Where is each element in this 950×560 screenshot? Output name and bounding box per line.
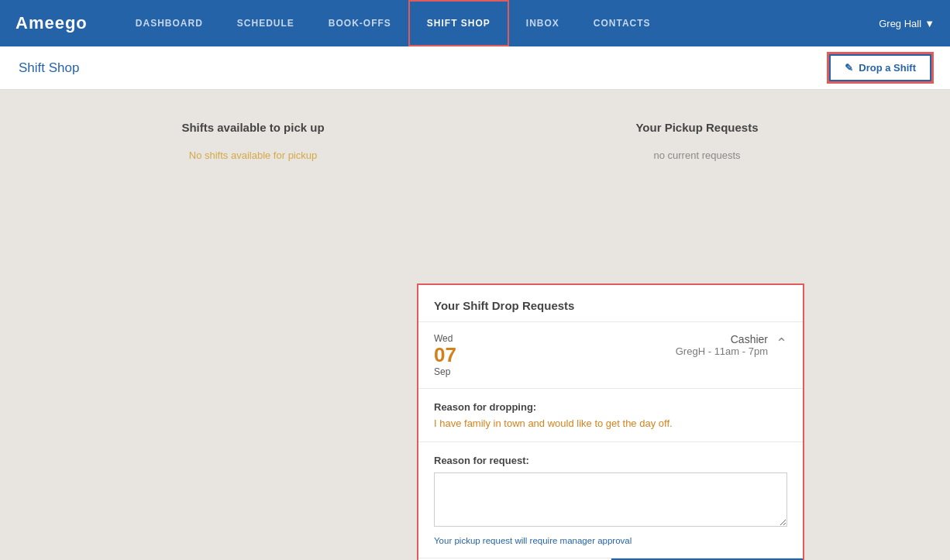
reason-label: Reason for dropping:: [434, 401, 787, 413]
shift-drop-modal: Your Shift Drop Requests Wed 07 Sep Cash…: [417, 283, 804, 560]
nav-inbox[interactable]: INBOX: [509, 0, 577, 46]
user-chevron-icon: ▼: [924, 18, 935, 29]
no-shifts-message: No shifts available for pickup: [189, 149, 317, 161]
nav-links: DASHBOARD SCHEDULE BOOK-OFFS SHIFT SHOP …: [119, 0, 879, 46]
right-panel: Your Pickup Requests no current requests: [475, 113, 919, 161]
app-logo: Ameego: [15, 13, 88, 33]
shift-time-separator: -: [708, 345, 714, 357]
drop-shift-button[interactable]: ✎ Drop a Shift: [829, 54, 931, 81]
shift-time-range: 11am - 7pm: [714, 345, 768, 357]
request-section: Reason for request: Your pickup request …: [418, 442, 803, 558]
shift-month: Sep: [434, 366, 456, 377]
modal-title: Your Shift Drop Requests: [418, 285, 803, 322]
shift-date-num: 07: [434, 344, 456, 366]
main-content: Shifts available to pick up No shifts av…: [0, 90, 950, 184]
request-label: Reason for request:: [434, 455, 787, 466]
no-requests-message: no current requests: [653, 149, 740, 161]
nav-schedule[interactable]: SCHEDULE: [220, 0, 312, 46]
user-menu[interactable]: Greg Hall ▼: [879, 18, 935, 29]
nav-book-offs[interactable]: BOOK-OFFS: [312, 0, 408, 46]
nav-shift-shop[interactable]: SHIFT SHOP: [408, 0, 509, 46]
nav-dashboard[interactable]: DASHBOARD: [119, 0, 220, 46]
reason-section: Reason for dropping: I have family in to…: [418, 389, 803, 442]
subheader: Shift Shop ✎ Drop a Shift: [0, 46, 950, 90]
user-name: Greg Hall: [879, 18, 921, 29]
page-wrapper: Shifts available to pick up No shifts av…: [0, 90, 950, 184]
reason-text: I have family in town and would like to …: [434, 417, 787, 429]
approval-note: Your pickup request will require manager…: [434, 536, 787, 545]
nav-contacts[interactable]: CONTACTS: [577, 0, 668, 46]
shift-role: Cashier: [676, 333, 768, 345]
pickup-requests-title: Your Pickup Requests: [635, 121, 758, 134]
shift-role-block: Cashier GregH - 11am - 7pm: [676, 333, 768, 357]
request-textarea[interactable]: [434, 472, 787, 527]
available-shifts-title: Shifts available to pick up: [181, 121, 324, 134]
shift-employee-time: GregH - 11am - 7pm: [676, 345, 768, 357]
shift-employee: GregH: [676, 345, 705, 357]
navbar: Ameego DASHBOARD SCHEDULE BOOK-OFFS SHIF…: [0, 0, 950, 46]
shift-collapse-icon[interactable]: ⌃: [776, 335, 787, 352]
left-panel: Shifts available to pick up No shifts av…: [31, 113, 475, 161]
page-title: Shift Shop: [19, 60, 79, 76]
shift-day: Wed: [434, 333, 456, 344]
edit-icon: ✎: [845, 62, 853, 74]
shift-row: Wed 07 Sep Cashier GregH - 11am - 7pm ⌃: [418, 322, 803, 389]
shift-right: Cashier GregH - 11am - 7pm ⌃: [676, 333, 787, 357]
shift-date: Wed 07 Sep: [434, 333, 456, 377]
drop-shift-label: Drop a Shift: [859, 62, 916, 74]
